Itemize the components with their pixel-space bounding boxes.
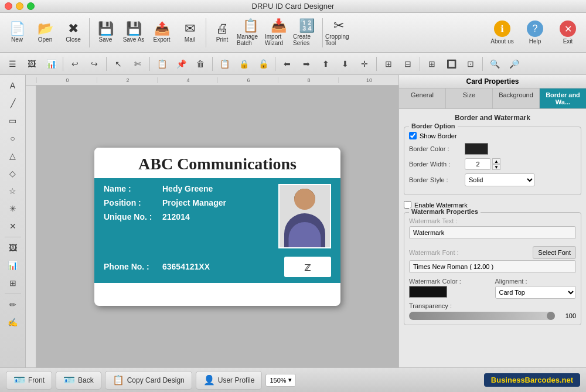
left-arrow-button[interactable]: ⬅ <box>278 55 296 73</box>
enable-watermark-label[interactable]: Enable Watermark <box>414 202 468 209</box>
image-tool-button[interactable]: 🖼 <box>23 55 40 73</box>
manage-batch-label: Manage Batch <box>237 33 264 46</box>
text-tool-button[interactable]: A <box>4 77 22 94</box>
ungroup-button[interactable]: ⊟ <box>399 55 417 73</box>
tab-border-watermark[interactable]: Border and Wa... <box>540 88 586 108</box>
content-section-title: Border and Watermark <box>404 114 581 122</box>
border-color-label: Border Color : <box>409 145 465 152</box>
star-tool-button[interactable]: ☆ <box>4 183 22 199</box>
import-wizard-button[interactable]: 📥 Import Wizard <box>265 15 292 50</box>
close-window-button[interactable] <box>5 2 12 10</box>
exit-icon: ✕ <box>560 21 576 37</box>
help-button[interactable]: ? Help <box>520 15 550 50</box>
ruler-mark-8: 8 <box>278 77 338 83</box>
grid-button[interactable]: ⊞ <box>423 55 441 73</box>
print-button[interactable]: 🖨 Print <box>209 15 236 50</box>
transparency-label-row: Transparency : <box>409 302 576 309</box>
front-icon: 🪪 <box>13 374 25 386</box>
position-value: Project Manager <box>162 198 226 207</box>
exit-button[interactable]: ✕ Exit <box>553 15 582 50</box>
manage-batch-icon: 📋 <box>243 19 258 32</box>
signature-button[interactable]: ✍ <box>4 314 22 330</box>
ellipse-tool-button[interactable]: ○ <box>4 130 22 146</box>
save-icon: 💾 <box>98 22 114 35</box>
watermark-text-input[interactable] <box>409 226 576 239</box>
tab-size[interactable]: Size <box>446 88 493 108</box>
select-tool-button[interactable]: ☰ <box>4 55 21 73</box>
copy-card-button[interactable]: 📋 Copy Card Design <box>105 371 192 390</box>
new-button[interactable]: 📄 New <box>4 15 30 50</box>
cropping-tool-button[interactable]: ✂ Cropping Tool <box>325 15 352 50</box>
diamond-tool-button[interactable]: ◇ <box>4 165 22 182</box>
down-arrow-button[interactable]: ⬇ <box>336 55 354 73</box>
tab-background[interactable]: Background <box>493 88 540 108</box>
tab-general[interactable]: General <box>399 88 446 108</box>
user-profile-button[interactable]: 👤 User Profile <box>196 371 263 390</box>
up-arrow-button[interactable]: ⬆ <box>317 55 335 73</box>
lp-sep-2 <box>5 294 21 294</box>
close-button[interactable]: ✖ Close <box>60 15 87 50</box>
ruler-marks: 0 2 4 6 8 10 <box>36 77 398 83</box>
about-us-button[interactable]: ℹ About us <box>488 15 517 50</box>
show-border-checkbox[interactable] <box>409 132 417 139</box>
group-button[interactable]: ⊞ <box>380 55 397 73</box>
ruler-mark-2: 2 <box>97 77 157 83</box>
back-button[interactable]: 🪪 Back <box>56 371 101 390</box>
watermark-color-picker[interactable] <box>409 286 447 298</box>
spinner-up[interactable]: ▲ <box>492 158 500 164</box>
cut-button[interactable]: ✄ <box>129 55 146 73</box>
snap-button[interactable]: 🔲 <box>442 55 460 73</box>
clipboard-button[interactable]: 📋 <box>216 55 233 73</box>
person-silhouette <box>280 184 330 248</box>
import-wizard-icon: 📥 <box>271 19 287 32</box>
show-border-label[interactable]: Show Border <box>420 132 457 139</box>
traffic-lights <box>5 2 35 10</box>
watermark-font-row: Watermark Font : Select Font <box>409 246 576 259</box>
lock-button[interactable]: 🔒 <box>235 55 253 73</box>
pen-tool-button[interactable]: ✏ <box>4 296 22 313</box>
manage-batch-button[interactable]: 📋 Manage Batch <box>237 15 264 50</box>
zoom-control[interactable]: 150% ▾ <box>265 374 295 387</box>
table-button[interactable]: ⊞ <box>4 275 22 291</box>
minimize-window-button[interactable] <box>16 2 23 10</box>
spinner-down[interactable]: ▼ <box>492 164 500 170</box>
barcode-button[interactable]: 📊 <box>4 257 22 274</box>
save-button[interactable]: 💾 Save <box>92 15 119 50</box>
unlock-button[interactable]: 🔓 <box>254 55 272 73</box>
alignment-select[interactable]: Card Top Card Bottom Card Center Card Le… <box>495 286 577 299</box>
open-button[interactable]: 📂 Open <box>32 15 59 50</box>
maximize-window-button[interactable] <box>27 2 35 10</box>
border-width-input[interactable] <box>465 158 491 170</box>
mail-button[interactable]: ✉ Mail <box>176 15 203 50</box>
right-arrow-button[interactable]: ➡ <box>298 55 315 73</box>
border-style-select[interactable]: Solid Dashed Dotted Double <box>465 173 535 186</box>
about-label: About us <box>490 38 513 45</box>
border-color-picker[interactable] <box>465 143 488 155</box>
delete-button[interactable]: 🗑 <box>192 55 209 73</box>
zoom-out-button[interactable]: 🔎 <box>505 55 523 73</box>
line-tool-button[interactable]: ╱ <box>4 95 22 111</box>
front-button[interactable]: 🪪 Front <box>6 371 52 390</box>
transparency-slider[interactable] <box>409 312 555 320</box>
triangle-tool-button[interactable]: △ <box>4 148 22 164</box>
redo-button[interactable]: ↪ <box>86 55 103 73</box>
rect-tool-button[interactable]: ▭ <box>4 113 22 129</box>
select-font-button[interactable]: Select Font <box>533 246 576 259</box>
move-button[interactable]: ✛ <box>356 55 373 73</box>
fit-button[interactable]: ⊡ <box>462 55 479 73</box>
copy-button[interactable]: 📋 <box>153 55 171 73</box>
card-signature: 𝕫​ <box>284 257 331 277</box>
snowflake-tool-button[interactable]: ✳ <box>4 200 22 217</box>
save-as-button[interactable]: 💾 Save As <box>120 15 147 50</box>
barcode-tool-button[interactable]: 📊 <box>42 55 60 73</box>
create-series-button[interactable]: 🔢 Create Series <box>293 15 320 50</box>
export-button[interactable]: 📤 Export <box>148 15 175 50</box>
cross-tool-button[interactable]: ✕ <box>4 218 22 234</box>
zoom-in-button[interactable]: 🔍 <box>486 55 503 73</box>
ruler-mark-4: 4 <box>157 77 217 83</box>
paste-button[interactable]: 📌 <box>172 55 190 73</box>
undo-button[interactable]: ↩ <box>66 55 84 73</box>
watermark-text-label: Watermark Text : <box>409 217 458 224</box>
pointer-button[interactable]: ↖ <box>110 55 127 73</box>
image-insert-button[interactable]: 🖼 <box>4 240 22 256</box>
